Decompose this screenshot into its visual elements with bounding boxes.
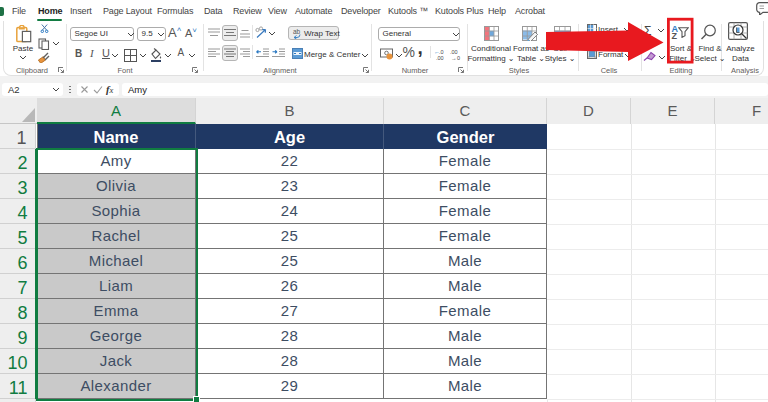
svg-text:.00: .00 xyxy=(436,55,444,60)
svg-text:→: → xyxy=(451,55,457,60)
svg-text:0: 0 xyxy=(457,55,460,60)
svg-text:ab: ab xyxy=(293,28,301,35)
